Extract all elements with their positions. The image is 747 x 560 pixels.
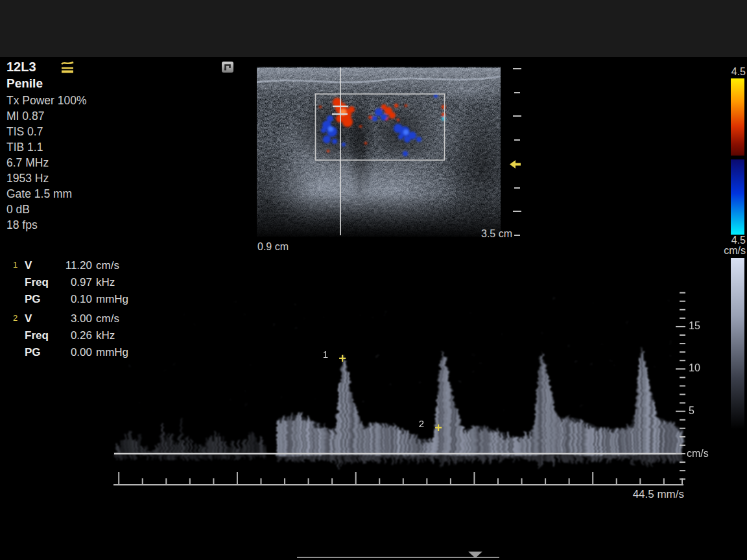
y-axis-tick-label: 5 bbox=[689, 405, 694, 417]
y-axis-tick-label: 15 bbox=[689, 320, 700, 332]
ultrasound-screen: 12L3 Penile Tx Power 100% MI 0.87 TIS 0.… bbox=[0, 0, 747, 560]
sweep-speed-label: 44.5 mm/s bbox=[600, 488, 684, 501]
velocity-marker-number: 1 bbox=[323, 348, 328, 359]
spectral-doppler-display bbox=[0, 0, 747, 560]
velocity-marker-cross[interactable]: + bbox=[338, 352, 346, 365]
velocity-marker-number: 2 bbox=[419, 417, 424, 428]
y-axis-unit-label: cm/s bbox=[687, 448, 709, 460]
y-axis-tick-label: 10 bbox=[689, 362, 700, 374]
cine-scroll-handle[interactable] bbox=[468, 552, 482, 558]
spectral-trace bbox=[115, 298, 682, 469]
velocity-marker-cross[interactable]: + bbox=[434, 421, 442, 434]
